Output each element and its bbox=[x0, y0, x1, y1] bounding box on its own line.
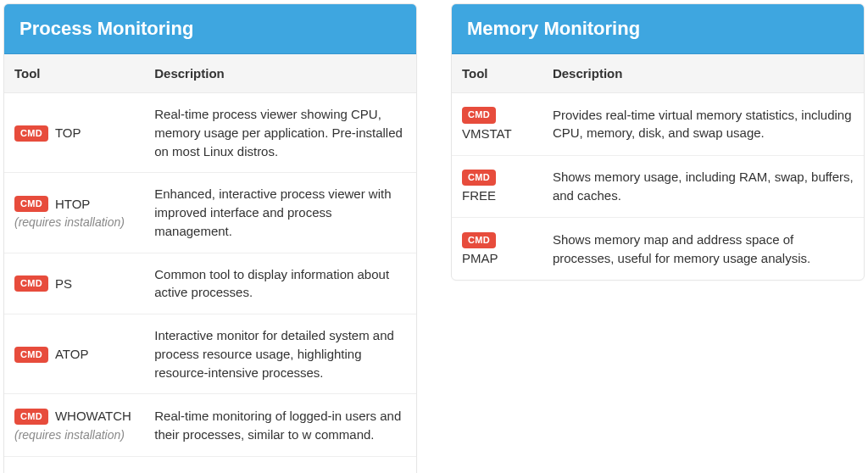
cmd-badge: CMD bbox=[14, 275, 48, 292]
tool-cell: CMDVMSTAT bbox=[452, 93, 542, 156]
table-row: CMDHTOP (requires installation)Enhanced,… bbox=[4, 173, 416, 253]
cmd-badge: CMD bbox=[14, 196, 48, 212]
tool-name: PS bbox=[55, 276, 72, 291]
tool-name: VMSTAT bbox=[462, 126, 512, 141]
tool-description: Shows memory usage, including RAM, swap,… bbox=[542, 155, 864, 218]
column-header-description: Description bbox=[144, 54, 416, 93]
tool-description: Real-time monitoring of logged-in users … bbox=[144, 394, 416, 457]
table-row: CMDATOPInteractive monitor for detailed … bbox=[4, 314, 416, 394]
column-header-description: Description bbox=[542, 54, 864, 93]
tool-description: Enhanced, interactive process viewer wit… bbox=[144, 173, 416, 253]
tool-cell: CMDTOP bbox=[4, 93, 144, 173]
table-row: GUIGNOME System MonitorPre-installed GUI… bbox=[4, 456, 416, 473]
tool-name: FREE bbox=[462, 189, 496, 203]
panel-card: Memory MonitoringToolDescriptionCMDVMSTA… bbox=[451, 3, 865, 281]
table-row: CMDVMSTATProvides real-time virtual memo… bbox=[452, 93, 864, 156]
tool-name: TOP bbox=[55, 125, 81, 140]
cmd-badge: CMD bbox=[462, 232, 496, 248]
tool-cell: GUIGNOME System Monitor bbox=[4, 456, 144, 473]
tools-table: ToolDescriptionCMDVMSTATProvides real-ti… bbox=[452, 54, 864, 280]
cmd-badge: CMD bbox=[462, 170, 496, 186]
install-note: (requires installation) bbox=[14, 215, 125, 229]
tool-cell: CMDATOP bbox=[4, 314, 144, 394]
tool-description: Pre-installed GUI system monitor for GNO… bbox=[144, 456, 416, 473]
panels-container: Process MonitoringToolDescriptionCMDTOPR… bbox=[3, 3, 865, 473]
panel-title: Memory Monitoring bbox=[452, 4, 864, 54]
table-row: CMDPSCommon tool to display information … bbox=[4, 253, 416, 314]
panel-title: Process Monitoring bbox=[4, 4, 416, 54]
tool-cell: CMDWHOWATCH(requires installation) bbox=[4, 394, 144, 457]
tool-cell: CMDPS bbox=[4, 253, 144, 314]
install-note: (requires installation) bbox=[14, 428, 125, 442]
tool-name: HTOP bbox=[55, 197, 90, 211]
tool-name: WHOWATCH bbox=[55, 409, 131, 423]
cmd-badge: CMD bbox=[14, 347, 48, 363]
tool-description: Common tool to display information about… bbox=[144, 253, 416, 314]
tool-name: ATOP bbox=[55, 347, 88, 361]
table-row: CMDTOPReal-time process viewer showing C… bbox=[4, 93, 416, 173]
tool-name: PMAP bbox=[462, 251, 498, 265]
tool-cell: CMDHTOP (requires installation) bbox=[4, 173, 144, 253]
tool-description: Provides real-time virtual memory statis… bbox=[542, 93, 864, 156]
table-row: CMDWHOWATCH(requires installation)Real-t… bbox=[4, 394, 416, 457]
cmd-badge: CMD bbox=[462, 107, 496, 123]
tool-cell: CMDPMAP bbox=[452, 218, 542, 280]
tool-description: Interactive monitor for detailed system … bbox=[144, 314, 416, 394]
column-header-tool: Tool bbox=[452, 54, 542, 93]
tool-description: Shows memory map and address space of pr… bbox=[542, 218, 864, 280]
panel-card: Process MonitoringToolDescriptionCMDTOPR… bbox=[3, 3, 417, 473]
tool-cell: CMDFREE bbox=[452, 155, 542, 218]
cmd-badge: CMD bbox=[14, 125, 48, 142]
table-row: CMDFREEShows memory usage, including RAM… bbox=[452, 155, 864, 218]
tools-table: ToolDescriptionCMDTOPReal-time process v… bbox=[4, 54, 416, 473]
column-header-tool: Tool bbox=[4, 54, 144, 93]
tool-description: Real-time process viewer showing CPU, me… bbox=[144, 93, 416, 173]
cmd-badge: CMD bbox=[14, 409, 48, 425]
table-row: CMDPMAPShows memory map and address spac… bbox=[452, 218, 864, 280]
